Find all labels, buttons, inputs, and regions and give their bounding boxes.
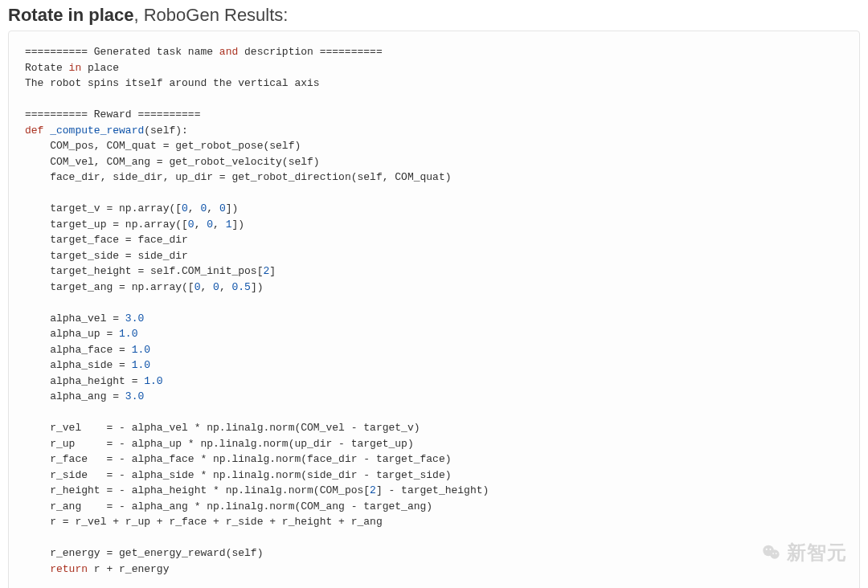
code-line: return r + r_energy bbox=[25, 563, 169, 575]
code-token: , bbox=[194, 218, 207, 231]
code-token: return bbox=[50, 563, 88, 575]
code-line: r_ang = - alpha_ang * np.linalg.norm(COM… bbox=[25, 500, 432, 512]
code-token: alpha_height = bbox=[50, 375, 144, 387]
title-bold: Rotate in place bbox=[8, 5, 133, 25]
code-line: face_dir, side_dir, up_dir = get_robot_d… bbox=[25, 171, 452, 183]
code-token: r + r_energy bbox=[88, 563, 169, 575]
code-token: 2 bbox=[370, 484, 376, 496]
code-token: target_ang = np.array([ bbox=[50, 281, 194, 293]
code-line: alpha_vel = 3.0 bbox=[25, 312, 144, 325]
code-token: and bbox=[219, 46, 238, 58]
code-line: target_v = np.array([0, 0, 0]) bbox=[25, 202, 238, 214]
code-line: COM_vel, COM_ang = get_robot_velocity(se… bbox=[25, 156, 320, 168]
code-line: target_up = np.array([0, 0, 1]) bbox=[25, 218, 244, 231]
code-block: ========== Generated task name and descr… bbox=[25, 44, 843, 577]
code-token: ]) bbox=[226, 202, 239, 214]
code-line: r_side = - alpha_side * np.linalg.norm(s… bbox=[25, 469, 452, 481]
page-title: Rotate in place, RoboGen Results: bbox=[8, 5, 865, 26]
code-token: target_height = self.COM_init_pos[ bbox=[50, 265, 263, 277]
code-token: 0 bbox=[188, 218, 194, 231]
code-line: r_energy = get_energy_reward(self) bbox=[25, 547, 263, 559]
code-line: COM_pos, COM_quat = get_robot_pose(self) bbox=[25, 140, 301, 152]
code-token: 0.5 bbox=[232, 281, 251, 293]
code-line: target_face = face_dir bbox=[25, 234, 188, 246]
code-line: r_vel = - alpha_vel * np.linalg.norm(COM… bbox=[25, 422, 420, 434]
code-token: COM_vel, COM_ang = get_robot_velocity(se… bbox=[50, 156, 319, 168]
code-line: def _compute_reward(self): bbox=[25, 125, 188, 137]
code-token: r = r_vel + r_up + r_face + r_side + r_h… bbox=[50, 516, 382, 528]
code-token: , bbox=[200, 281, 213, 293]
code-line: ========== Generated task name and descr… bbox=[25, 46, 383, 58]
code-token: 1.0 bbox=[144, 375, 162, 387]
code-line: r_up = - alpha_up * np.linalg.norm(up_di… bbox=[25, 438, 414, 450]
code-token: , bbox=[188, 202, 201, 214]
code-token: 0 bbox=[207, 218, 213, 231]
code-line: target_side = side_dir bbox=[25, 250, 188, 262]
code-token: description ========== bbox=[238, 46, 382, 58]
code-token: alpha_ang = bbox=[50, 390, 125, 402]
code-token: r_vel = - alpha_vel * np.linalg.norm(COM… bbox=[50, 422, 420, 434]
code-line: Rotate in place bbox=[25, 62, 119, 74]
code-token: ========== Reward ========== bbox=[25, 108, 200, 120]
code-token: ] - target_height) bbox=[376, 484, 489, 496]
code-token: (self): bbox=[144, 125, 188, 137]
page-root: Rotate in place, RoboGen Results: ======… bbox=[0, 0, 868, 588]
code-line: target_ang = np.array([0, 0, 0.5]) bbox=[25, 281, 264, 293]
code-token: target_v = np.array([ bbox=[50, 202, 182, 214]
code-token: target_up = np.array([ bbox=[50, 218, 188, 231]
code-token: 3.0 bbox=[125, 312, 144, 325]
code-token: 0 bbox=[219, 202, 226, 214]
title-rest: , RoboGen Results: bbox=[133, 5, 288, 25]
code-token: , bbox=[213, 218, 226, 231]
code-line: alpha_height = 1.0 bbox=[25, 375, 163, 387]
code-token: r_face = - alpha_face * np.linalg.norm(f… bbox=[50, 453, 451, 465]
code-token: alpha_side = bbox=[50, 359, 131, 371]
code-token: ]) bbox=[251, 281, 264, 293]
code-token: alpha_face = bbox=[50, 344, 131, 356]
code-token: ========== Generated task name bbox=[25, 46, 219, 58]
code-token: 3.0 bbox=[125, 390, 144, 402]
code-token: target_side = side_dir bbox=[50, 250, 188, 262]
code-token: 1 bbox=[226, 218, 232, 231]
code-token: COM_pos, COM_quat = get_robot_pose(self) bbox=[50, 140, 301, 152]
code-token: _compute_reward bbox=[50, 125, 144, 137]
code-line: alpha_side = 1.0 bbox=[25, 359, 150, 371]
code-token: alpha_up = bbox=[50, 328, 119, 340]
code-token: Rotate bbox=[25, 62, 69, 74]
code-line: r_face = - alpha_face * np.linalg.norm(f… bbox=[25, 453, 452, 465]
code-token: 1.0 bbox=[119, 328, 137, 340]
code-line: The robot spins itself around the vertic… bbox=[25, 77, 320, 89]
code-line: r_height = - alpha_height * np.linalg.no… bbox=[25, 484, 489, 496]
code-token: 1.0 bbox=[132, 344, 150, 356]
code-token: ]) bbox=[232, 218, 245, 231]
code-token: ] bbox=[269, 265, 276, 277]
code-frame: ========== Generated task name and descr… bbox=[8, 31, 860, 588]
code-token: r_side = - alpha_side * np.linalg.norm(s… bbox=[50, 469, 451, 481]
code-token: face_dir, side_dir, up_dir = get_robot_d… bbox=[50, 171, 451, 183]
code-token: r_up = - alpha_up * np.linalg.norm(up_di… bbox=[50, 438, 413, 450]
code-token: def bbox=[25, 125, 50, 137]
code-token: r_ang = - alpha_ang * np.linalg.norm(COM… bbox=[50, 500, 432, 512]
code-line: alpha_up = 1.0 bbox=[25, 328, 137, 340]
code-line: alpha_face = 1.0 bbox=[25, 344, 150, 356]
code-token: place bbox=[81, 62, 119, 74]
code-token: 0 bbox=[213, 281, 219, 293]
code-token: r_energy = get_energy_reward(self) bbox=[50, 547, 263, 559]
code-token: 0 bbox=[182, 202, 188, 214]
code-line: alpha_ang = 3.0 bbox=[25, 390, 144, 402]
code-token: in bbox=[69, 62, 82, 74]
code-line: r = r_vel + r_up + r_face + r_side + r_h… bbox=[25, 516, 383, 528]
code-token: 1.0 bbox=[132, 359, 150, 371]
code-token: The robot spins itself around the vertic… bbox=[25, 77, 320, 89]
code-token: alpha_vel = bbox=[50, 312, 125, 325]
code-token: , bbox=[219, 281, 232, 293]
code-token: target_face = face_dir bbox=[50, 234, 188, 246]
code-token: r_height = - alpha_height * np.linalg.no… bbox=[50, 484, 370, 496]
code-line: ========== Reward ========== bbox=[25, 108, 200, 120]
code-line: target_height = self.COM_init_pos[2] bbox=[25, 265, 276, 277]
code-token: , bbox=[207, 202, 219, 214]
